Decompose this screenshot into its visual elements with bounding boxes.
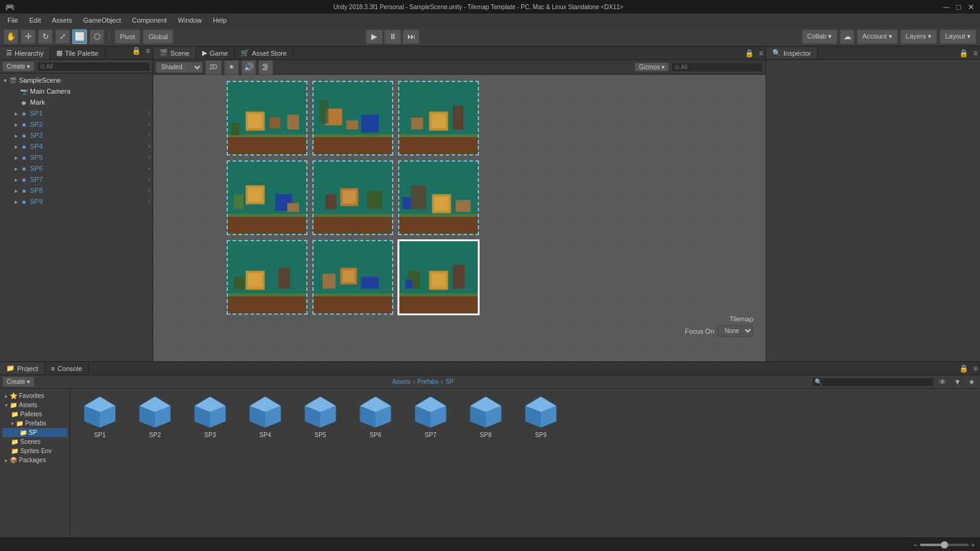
step-button[interactable]: ⏭ xyxy=(402,29,420,44)
asset-store-tab[interactable]: 🛒 Asset Store xyxy=(235,47,293,59)
tree-item-maincamera[interactable]: 📷 Main Camera xyxy=(0,86,153,97)
scale-tool-button[interactable]: ⤢ xyxy=(55,29,70,44)
sp-folder-item[interactable]: 📁 SP xyxy=(2,428,67,437)
menu-component[interactable]: Component xyxy=(127,15,172,25)
account-button[interactable]: Account ▾ xyxy=(857,29,898,44)
scenes-item[interactable]: 📁 Scenes xyxy=(2,437,67,446)
tree-item-sp7[interactable]: ▸ ■ SP7 › xyxy=(0,174,153,185)
left-panel-lock[interactable]: 🔒 xyxy=(129,47,143,59)
audio-button[interactable]: 🔊 xyxy=(241,60,256,75)
collab-button[interactable]: Collab ▾ xyxy=(802,29,837,44)
2d-button[interactable]: 2D xyxy=(205,60,222,75)
asset-sp8[interactable]: SP8 xyxy=(461,394,510,438)
breadcrumb-sp[interactable]: SP xyxy=(445,378,453,385)
effects-button[interactable]: 🌫 xyxy=(258,60,273,75)
layout-button[interactable]: Layout ▾ xyxy=(940,29,976,44)
console-tab[interactable]: ≡ Console xyxy=(45,363,89,374)
maximize-button[interactable]: □ xyxy=(954,2,963,11)
menu-gameobject[interactable]: GameObject xyxy=(78,15,126,25)
close-button[interactable]: ✕ xyxy=(967,2,975,11)
tree-item-sp1[interactable]: ▸ ■ SP1 › xyxy=(0,108,153,119)
focus-on-select[interactable]: None SP1SP2SP3 xyxy=(718,325,753,337)
pause-button[interactable]: ⏸ xyxy=(384,29,401,44)
project-star-icon[interactable]: ★ xyxy=(966,378,978,386)
asset-sp1[interactable]: SP1 xyxy=(75,394,124,438)
tile-cell-5[interactable] xyxy=(312,160,393,235)
project-eye-icon[interactable]: 👁 xyxy=(937,378,949,386)
project-filter-icon[interactable]: ▼ xyxy=(951,378,963,386)
tree-item-sp8[interactable]: ▸ ■ SP8 › xyxy=(0,185,153,196)
tree-item-mark[interactable]: ◆ Mark xyxy=(0,97,153,108)
lighting-button[interactable]: ☀ xyxy=(224,60,239,75)
hierarchy-tab[interactable]: ☰ Hierarchy xyxy=(0,47,50,59)
play-button[interactable]: ▶ xyxy=(366,29,383,44)
zoom-slider-thumb[interactable] xyxy=(941,541,948,549)
project-tab[interactable]: 📁 Project xyxy=(0,362,45,374)
rotate-tool-button[interactable]: ↻ xyxy=(38,29,53,44)
scene-lock[interactable]: 🔒 xyxy=(742,49,756,58)
tile-cell-9-selected[interactable] xyxy=(398,240,479,315)
tile-cell-2[interactable] xyxy=(312,81,393,156)
prefabs-item[interactable]: ▾ 📁 Prefabs xyxy=(2,419,67,428)
asset-sp2[interactable]: SP2 xyxy=(130,394,179,438)
bottom-lock[interactable]: 🔒 xyxy=(957,364,971,373)
project-create-button[interactable]: Create ▾ xyxy=(2,377,34,387)
inspector-lock[interactable]: 🔒 xyxy=(957,49,971,58)
tile-cell-4[interactable] xyxy=(227,160,307,235)
asset-sp7[interactable]: SP7 xyxy=(406,394,455,438)
palletes-item[interactable]: 📁 Palletes xyxy=(2,410,67,419)
menu-file[interactable]: File xyxy=(2,15,23,25)
tree-item-sp6[interactable]: ▸ ■ SP6 › xyxy=(0,163,153,174)
zoom-slider-area[interactable]: − + xyxy=(913,541,975,549)
tree-item-sp9[interactable]: ▸ ■ SP9 › xyxy=(0,196,153,207)
rect-tool-button[interactable]: ⬜ xyxy=(72,29,87,44)
left-panel-menu[interactable]: ≡ xyxy=(143,47,153,59)
hand-tool-button[interactable]: ✋ xyxy=(4,29,18,44)
scene-menu[interactable]: ≡ xyxy=(756,49,766,58)
shading-mode-select[interactable]: Shaded Wireframe xyxy=(156,62,203,73)
asset-sp4[interactable]: SP4 xyxy=(241,394,290,438)
tree-item-sp3[interactable]: ▸ ■ SP3 › xyxy=(0,130,153,141)
asset-sp3[interactable]: SP3 xyxy=(186,394,235,438)
menu-assets[interactable]: Assets xyxy=(47,15,77,25)
transform-tool-button[interactable]: ⬡ xyxy=(89,29,104,44)
layers-button[interactable]: Layers ▾ xyxy=(900,29,937,44)
move-tool-button[interactable]: ✛ xyxy=(21,29,36,44)
menu-window[interactable]: Window xyxy=(173,15,206,25)
menu-help[interactable]: Help xyxy=(208,15,232,25)
global-button[interactable]: Global xyxy=(143,29,173,44)
tile-cell-3[interactable] xyxy=(398,81,479,156)
favorites-item[interactable]: ▸ ⭐ Favorites xyxy=(2,391,67,400)
hierarchy-search-input[interactable] xyxy=(37,62,150,72)
asset-sp6[interactable]: SP6 xyxy=(351,394,400,438)
cloud-button[interactable]: ☁ xyxy=(840,29,854,44)
assets-group-item[interactable]: ▾ 📁 Assets xyxy=(2,400,67,410)
tile-cell-7[interactable] xyxy=(227,240,307,315)
hierarchy-create-button[interactable]: Create ▾ xyxy=(2,61,34,72)
gizmos-button[interactable]: Gizmos ▾ xyxy=(635,62,669,72)
minimize-button[interactable]: ─ xyxy=(942,2,951,11)
asset-sp5[interactable]: SP5 xyxy=(296,394,345,438)
tree-item-sp5[interactable]: ▸ ■ SP5 › xyxy=(0,152,153,163)
scene-canvas[interactable]: Tilemap Focus On None SP1SP2SP3 xyxy=(153,75,766,361)
game-tab[interactable]: ▶ Game xyxy=(196,47,235,59)
sprites-env-item[interactable]: 📁 Sprites Env xyxy=(2,446,67,455)
inspector-tab[interactable]: 🔍 Inspector xyxy=(766,47,818,59)
titlebar-controls[interactable]: ─ □ ✕ xyxy=(942,2,975,11)
pivot-button[interactable]: Pivot xyxy=(115,29,140,44)
scene-tab[interactable]: 🎬 Scene xyxy=(153,47,196,59)
tile-cell-8[interactable] xyxy=(312,240,393,315)
scene-search-input[interactable] xyxy=(671,62,763,72)
packages-item[interactable]: ▸ 📦 Packages xyxy=(2,455,67,465)
asset-sp9[interactable]: SP9 xyxy=(516,394,565,438)
breadcrumb-assets[interactable]: Assets xyxy=(392,378,410,385)
breadcrumb-prefabs[interactable]: Prefabs xyxy=(418,378,439,385)
tile-cell-6[interactable] xyxy=(398,160,479,235)
project-search-input[interactable] xyxy=(812,377,934,387)
tree-item-sp2[interactable]: ▸ ■ SP2 › xyxy=(0,119,153,130)
tile-palette-tab[interactable]: ▦ Tile Palette xyxy=(50,47,105,59)
tree-item-samplescene[interactable]: ▾ 🎬 SampleScene xyxy=(0,75,153,86)
zoom-slider-track[interactable] xyxy=(920,544,969,546)
tile-cell-1[interactable] xyxy=(227,81,307,156)
inspector-menu[interactable]: ≡ xyxy=(971,49,980,58)
